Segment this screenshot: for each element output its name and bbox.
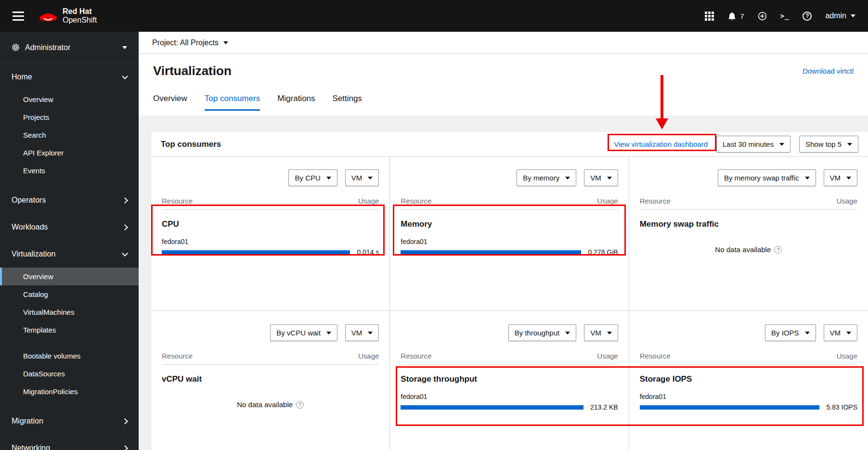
memory-scope-select[interactable]: VM xyxy=(584,169,618,186)
sidebar-group-operators[interactable]: Operators xyxy=(0,187,139,214)
tab-settings[interactable]: Settings xyxy=(333,94,362,111)
select-value: By CPU xyxy=(295,174,320,182)
vcpu-wait-scope-select[interactable]: VM xyxy=(345,324,379,341)
chevron-down-icon xyxy=(326,332,331,334)
chevron-down-icon xyxy=(223,41,228,44)
chevron-down-icon xyxy=(326,177,331,180)
nav-toggle-button[interactable] xyxy=(13,12,24,21)
usage-bar-fill xyxy=(401,405,583,410)
chevron-right-icon xyxy=(122,418,128,424)
show-top-select[interactable]: Show top 5 xyxy=(799,136,858,153)
nav-group-label: Virtualization xyxy=(12,250,55,258)
quick-create-button[interactable] xyxy=(758,12,767,21)
help-icon[interactable]: ? xyxy=(296,401,304,409)
view-virtualization-dashboard-link[interactable]: View virtualization dashboard xyxy=(614,140,708,148)
download-virtctl-link[interactable]: Download virtctl xyxy=(803,67,854,75)
gear-icon xyxy=(12,43,20,51)
tab-migrations[interactable]: Migrations xyxy=(277,94,315,111)
select-value: By memory xyxy=(523,174,559,182)
memory-swap-scope-select[interactable]: VM xyxy=(824,169,858,186)
sidebar-item-events[interactable]: Events xyxy=(0,162,139,180)
chevron-right-icon xyxy=(122,224,128,231)
tab-overview[interactable]: Overview xyxy=(153,94,187,111)
chart-title-memory-swap: Memory swap traffic xyxy=(640,219,857,229)
panel-vcpu-wait: By vCPU wait VM Resource Usage xyxy=(151,311,390,450)
sidebar-item-virtualization-overview[interactable]: Overview xyxy=(0,268,139,285)
cpu-metric-select[interactable]: By CPU xyxy=(288,169,337,186)
select-value: VM xyxy=(830,174,841,182)
usage-column-header: Usage xyxy=(358,197,379,205)
memory-metric-select[interactable]: By memory xyxy=(517,169,576,186)
chevron-down-icon xyxy=(122,250,128,257)
usage-bar-row: 5.83 IOPS xyxy=(640,403,857,411)
main-area: Project: All Projects Virtualization Dow… xyxy=(139,32,868,450)
web-terminal-button[interactable]: >_ xyxy=(780,12,790,20)
usage-bar-row: 0.278 GiB xyxy=(401,248,618,256)
usage-value: 0.014 s xyxy=(357,248,379,256)
time-range-select[interactable]: Last 30 minutes xyxy=(716,136,790,153)
brand-text: Red Hat OpenShift xyxy=(63,7,97,25)
card-header: Top consumers View virtualization dashbo… xyxy=(151,132,868,157)
chevron-down-icon xyxy=(607,177,612,180)
masthead: Red Hat OpenShift 7 xyxy=(0,0,868,32)
help-button[interactable]: ? xyxy=(803,12,812,21)
vcpu-wait-metric-select[interactable]: By vCPU wait xyxy=(270,324,337,341)
throughput-scope-select[interactable]: VM xyxy=(584,324,618,341)
vm-link-fedora01[interactable]: fedora01 xyxy=(162,238,188,245)
sidebar-item-datasources[interactable]: DataSources xyxy=(0,365,139,383)
perspective-switcher[interactable]: Administrator xyxy=(0,32,139,64)
no-data-text: No data available xyxy=(715,245,771,254)
sidebar-item-templates[interactable]: Templates xyxy=(0,321,139,339)
help-icon[interactable]: ? xyxy=(774,246,782,254)
notifications-button[interactable]: 7 xyxy=(727,12,744,21)
question-circle-icon: ? xyxy=(803,12,812,21)
chevron-down-icon xyxy=(607,332,612,334)
sidebar-item-virtualmachines[interactable]: VirtualMachines xyxy=(0,303,139,321)
chevron-down-icon xyxy=(565,177,570,180)
top-consumers-card: Top consumers View virtualization dashbo… xyxy=(151,132,868,450)
nav-group-label: Operators xyxy=(12,196,46,205)
vm-link-fedora01[interactable]: fedora01 xyxy=(401,238,427,245)
brand-line2: OpenShift xyxy=(63,16,97,25)
iops-scope-select[interactable]: VM xyxy=(824,324,858,341)
no-data-message: No data available ? xyxy=(162,400,379,409)
user-name: admin xyxy=(825,12,846,20)
card-title: Top consumers xyxy=(161,140,221,149)
chart-title-storage-throughput: Storage throughput xyxy=(401,374,618,384)
user-menu[interactable]: admin xyxy=(825,12,855,20)
select-value: By throughput xyxy=(515,329,559,337)
chevron-down-icon xyxy=(565,332,570,334)
sidebar-group-networking[interactable]: Networking xyxy=(0,435,139,450)
sidebar-item-search[interactable]: Search xyxy=(0,126,139,144)
vm-link-fedora01[interactable]: fedora01 xyxy=(640,393,666,400)
chevron-down-icon xyxy=(805,177,810,180)
sidebar-item-bootable-volumes[interactable]: Bootable volumes xyxy=(0,347,139,365)
vm-link-fedora01[interactable]: fedora01 xyxy=(401,393,427,400)
sidebar-group-home[interactable]: Home xyxy=(0,64,139,90)
sidebar-item-migrationpolicies[interactable]: MigrationPolicies xyxy=(0,383,139,400)
sidebar-nav: Administrator Home Overview Projects Sea… xyxy=(0,32,139,450)
resource-column-header: Resource xyxy=(401,197,431,205)
cpu-scope-select[interactable]: VM xyxy=(345,169,379,186)
sidebar-item-api-explorer[interactable]: API Explorer xyxy=(0,144,139,162)
panel-memory: By memory VM Resource Usage xyxy=(390,157,629,311)
chevron-down-icon xyxy=(368,177,373,180)
iops-metric-select[interactable]: By IOPS xyxy=(765,324,816,341)
sidebar-item-home-overview[interactable]: Overview xyxy=(0,90,139,108)
memory-swap-metric-select[interactable]: By memory swap traffic xyxy=(718,169,816,186)
usage-bar-row: 0.014 s xyxy=(162,248,379,256)
app-launcher-button[interactable] xyxy=(705,12,714,21)
usage-column-header: Usage xyxy=(358,352,379,360)
tab-top-consumers[interactable]: Top consumers xyxy=(205,94,260,111)
sidebar-group-workloads[interactable]: Workloads xyxy=(0,214,139,241)
sidebar-group-migration[interactable]: Migration xyxy=(0,408,139,435)
sidebar-item-projects[interactable]: Projects xyxy=(0,108,139,126)
throughput-metric-select[interactable]: By throughput xyxy=(508,324,576,341)
brand-logo[interactable]: Red Hat OpenShift xyxy=(39,7,97,25)
sidebar-group-virtualization[interactable]: Virtualization xyxy=(0,241,139,268)
select-value: By vCPU wait xyxy=(276,329,321,337)
project-selector[interactable]: Project: All Projects xyxy=(139,32,868,54)
masthead-toolbar: 7 >_ ? admin xyxy=(705,12,855,21)
sidebar-item-catalog[interactable]: Catalog xyxy=(0,285,139,303)
tabs: Overview Top consumers Migrations Settin… xyxy=(153,94,854,111)
